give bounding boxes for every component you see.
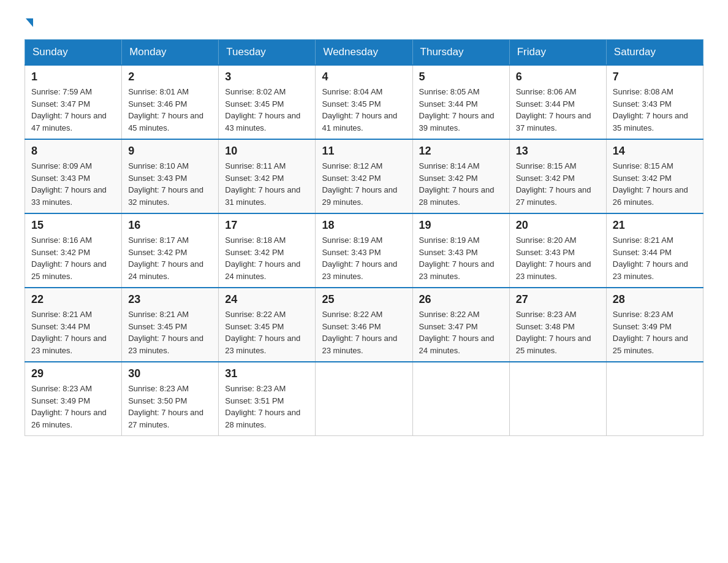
calendar-cell: 16 Sunrise: 8:17 AM Sunset: 3:42 PM Dayl… xyxy=(122,213,219,288)
day-number: 25 xyxy=(322,293,406,306)
day-info: Sunrise: 8:23 AM Sunset: 3:49 PM Dayligh… xyxy=(31,383,115,431)
calendar-cell xyxy=(316,362,412,436)
day-info: Sunrise: 7:59 AM Sunset: 3:47 PM Dayligh… xyxy=(31,86,115,134)
day-number: 28 xyxy=(613,293,697,306)
calendar-cell: 20 Sunrise: 8:20 AM Sunset: 3:43 PM Dayl… xyxy=(509,213,606,288)
calendar-header-thursday: Thursday xyxy=(412,40,509,66)
day-number: 18 xyxy=(322,219,406,232)
day-info: Sunrise: 8:23 AM Sunset: 3:51 PM Dayligh… xyxy=(225,383,309,431)
day-number: 14 xyxy=(613,145,697,158)
day-number: 29 xyxy=(31,367,115,380)
day-number: 13 xyxy=(516,145,600,158)
day-info: Sunrise: 8:16 AM Sunset: 3:42 PM Dayligh… xyxy=(31,234,115,282)
day-number: 10 xyxy=(225,145,309,158)
day-info: Sunrise: 8:20 AM Sunset: 3:43 PM Dayligh… xyxy=(516,234,600,282)
day-info: Sunrise: 8:10 AM Sunset: 3:43 PM Dayligh… xyxy=(128,160,212,208)
day-info: Sunrise: 8:02 AM Sunset: 3:45 PM Dayligh… xyxy=(225,86,309,134)
day-number: 17 xyxy=(225,219,309,232)
calendar-cell: 22 Sunrise: 8:21 AM Sunset: 3:44 PM Dayl… xyxy=(25,288,122,362)
calendar-week-row: 22 Sunrise: 8:21 AM Sunset: 3:44 PM Dayl… xyxy=(25,288,703,362)
day-number: 2 xyxy=(128,71,212,83)
calendar-cell: 13 Sunrise: 8:15 AM Sunset: 3:42 PM Dayl… xyxy=(509,139,606,213)
calendar-cell: 1 Sunrise: 7:59 AM Sunset: 3:47 PM Dayli… xyxy=(25,65,122,139)
calendar-cell: 6 Sunrise: 8:06 AM Sunset: 3:44 PM Dayli… xyxy=(509,65,606,139)
calendar-cell: 31 Sunrise: 8:23 AM Sunset: 3:51 PM Dayl… xyxy=(219,362,316,436)
calendar-cell: 7 Sunrise: 8:08 AM Sunset: 3:43 PM Dayli… xyxy=(606,65,703,139)
day-info: Sunrise: 8:05 AM Sunset: 3:44 PM Dayligh… xyxy=(419,86,503,134)
day-info: Sunrise: 8:22 AM Sunset: 3:46 PM Dayligh… xyxy=(322,308,406,356)
calendar-header-sunday: Sunday xyxy=(25,40,122,66)
day-info: Sunrise: 8:18 AM Sunset: 3:42 PM Dayligh… xyxy=(225,234,309,282)
day-info: Sunrise: 8:21 AM Sunset: 3:45 PM Dayligh… xyxy=(128,308,212,356)
day-number: 15 xyxy=(31,219,115,232)
day-info: Sunrise: 8:01 AM Sunset: 3:46 PM Dayligh… xyxy=(128,86,212,134)
calendar-week-row: 15 Sunrise: 8:16 AM Sunset: 3:42 PM Dayl… xyxy=(25,213,703,288)
calendar-cell: 29 Sunrise: 8:23 AM Sunset: 3:49 PM Dayl… xyxy=(25,362,122,436)
day-number: 6 xyxy=(516,71,600,83)
calendar-cell: 3 Sunrise: 8:02 AM Sunset: 3:45 PM Dayli… xyxy=(219,65,316,139)
calendar-cell xyxy=(606,362,703,436)
day-info: Sunrise: 8:23 AM Sunset: 3:49 PM Dayligh… xyxy=(613,308,697,356)
calendar-cell: 8 Sunrise: 8:09 AM Sunset: 3:43 PM Dayli… xyxy=(25,139,122,213)
day-number: 20 xyxy=(516,219,600,232)
calendar-cell: 15 Sunrise: 8:16 AM Sunset: 3:42 PM Dayl… xyxy=(25,213,122,288)
day-number: 23 xyxy=(128,293,212,306)
day-info: Sunrise: 8:22 AM Sunset: 3:47 PM Dayligh… xyxy=(419,308,503,356)
calendar-cell: 11 Sunrise: 8:12 AM Sunset: 3:42 PM Dayl… xyxy=(316,139,412,213)
calendar-header-friday: Friday xyxy=(509,40,606,66)
calendar-cell: 26 Sunrise: 8:22 AM Sunset: 3:47 PM Dayl… xyxy=(412,288,509,362)
day-info: Sunrise: 8:19 AM Sunset: 3:43 PM Dayligh… xyxy=(322,234,406,282)
day-number: 12 xyxy=(419,145,503,158)
calendar-cell: 21 Sunrise: 8:21 AM Sunset: 3:44 PM Dayl… xyxy=(606,213,703,288)
day-number: 19 xyxy=(419,219,503,232)
calendar-header-tuesday: Tuesday xyxy=(219,40,316,66)
day-info: Sunrise: 8:15 AM Sunset: 3:42 PM Dayligh… xyxy=(613,160,697,208)
calendar-cell: 14 Sunrise: 8:15 AM Sunset: 3:42 PM Dayl… xyxy=(606,139,703,213)
calendar-cell: 25 Sunrise: 8:22 AM Sunset: 3:46 PM Dayl… xyxy=(316,288,412,362)
day-number: 21 xyxy=(613,219,697,232)
calendar-header-row: SundayMondayTuesdayWednesdayThursdayFrid… xyxy=(25,40,703,66)
calendar-week-row: 29 Sunrise: 8:23 AM Sunset: 3:49 PM Dayl… xyxy=(25,362,703,436)
calendar-header-wednesday: Wednesday xyxy=(316,40,412,66)
day-info: Sunrise: 8:06 AM Sunset: 3:44 PM Dayligh… xyxy=(516,86,600,134)
day-number: 5 xyxy=(419,71,503,83)
day-info: Sunrise: 8:23 AM Sunset: 3:50 PM Dayligh… xyxy=(128,383,212,431)
day-number: 11 xyxy=(322,145,406,158)
calendar-header-monday: Monday xyxy=(122,40,219,66)
calendar-cell: 2 Sunrise: 8:01 AM Sunset: 3:46 PM Dayli… xyxy=(122,65,219,139)
calendar-cell: 27 Sunrise: 8:23 AM Sunset: 3:48 PM Dayl… xyxy=(509,288,606,362)
day-number: 27 xyxy=(516,293,600,306)
day-number: 24 xyxy=(225,293,309,306)
calendar-cell: 23 Sunrise: 8:21 AM Sunset: 3:45 PM Dayl… xyxy=(122,288,219,362)
day-number: 1 xyxy=(31,71,115,83)
calendar-cell: 10 Sunrise: 8:11 AM Sunset: 3:42 PM Dayl… xyxy=(219,139,316,213)
day-number: 16 xyxy=(128,219,212,232)
day-number: 22 xyxy=(31,293,115,306)
day-number: 31 xyxy=(225,367,309,380)
calendar-cell: 5 Sunrise: 8:05 AM Sunset: 3:44 PM Dayli… xyxy=(412,65,509,139)
calendar-cell xyxy=(509,362,606,436)
calendar-week-row: 1 Sunrise: 7:59 AM Sunset: 3:47 PM Dayli… xyxy=(25,65,703,139)
day-info: Sunrise: 8:17 AM Sunset: 3:42 PM Dayligh… xyxy=(128,234,212,282)
calendar-cell: 17 Sunrise: 8:18 AM Sunset: 3:42 PM Dayl… xyxy=(219,213,316,288)
calendar-table: SundayMondayTuesdayWednesdayThursdayFrid… xyxy=(25,39,703,436)
day-number: 4 xyxy=(322,71,406,83)
day-number: 8 xyxy=(31,145,115,158)
day-info: Sunrise: 8:22 AM Sunset: 3:45 PM Dayligh… xyxy=(225,308,309,356)
calendar-cell: 28 Sunrise: 8:23 AM Sunset: 3:49 PM Dayl… xyxy=(606,288,703,362)
calendar-cell: 4 Sunrise: 8:04 AM Sunset: 3:45 PM Dayli… xyxy=(316,65,412,139)
day-number: 30 xyxy=(128,367,212,380)
logo-arrow-icon xyxy=(26,18,33,27)
day-info: Sunrise: 8:21 AM Sunset: 3:44 PM Dayligh… xyxy=(613,234,697,282)
day-info: Sunrise: 8:19 AM Sunset: 3:43 PM Dayligh… xyxy=(419,234,503,282)
day-number: 9 xyxy=(128,145,212,158)
day-info: Sunrise: 8:09 AM Sunset: 3:43 PM Dayligh… xyxy=(31,160,115,208)
day-info: Sunrise: 8:08 AM Sunset: 3:43 PM Dayligh… xyxy=(613,86,697,134)
day-number: 3 xyxy=(225,71,309,83)
day-info: Sunrise: 8:12 AM Sunset: 3:42 PM Dayligh… xyxy=(322,160,406,208)
calendar-header-saturday: Saturday xyxy=(606,40,703,66)
calendar-cell: 9 Sunrise: 8:10 AM Sunset: 3:43 PM Dayli… xyxy=(122,139,219,213)
calendar-cell xyxy=(412,362,509,436)
calendar-cell: 19 Sunrise: 8:19 AM Sunset: 3:43 PM Dayl… xyxy=(412,213,509,288)
day-info: Sunrise: 8:23 AM Sunset: 3:48 PM Dayligh… xyxy=(516,308,600,356)
